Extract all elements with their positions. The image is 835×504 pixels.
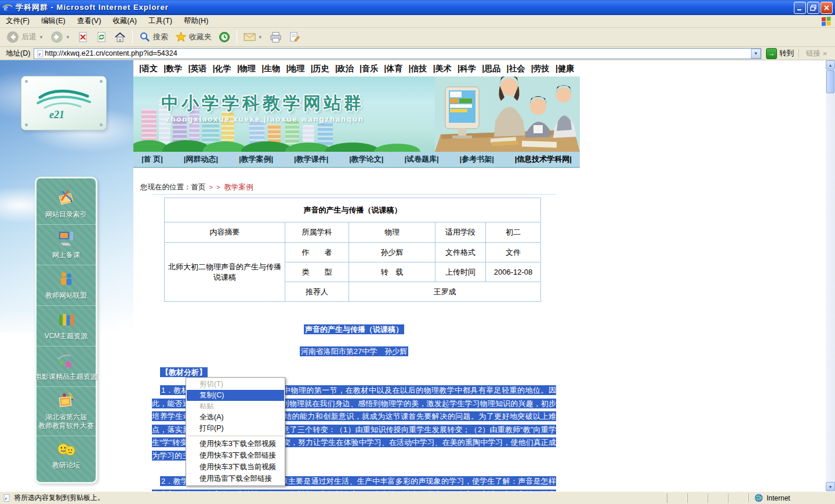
subject-it[interactable]: |信技	[409, 64, 427, 74]
context-menu-item-flashget-current-video[interactable]: 使用快车3下载当前视频	[187, 461, 284, 473]
nav-home[interactable]: |首 页|	[141, 154, 163, 165]
subject-math[interactable]: |数学	[164, 64, 182, 74]
subject-chemistry[interactable]: |化学	[213, 64, 231, 74]
nav-papers[interactable]: |教学论文|	[349, 154, 383, 165]
svg-text:e: e	[39, 51, 41, 56]
stop-button[interactable]	[74, 29, 92, 45]
address-dropdown-button[interactable]: ▼	[751, 49, 761, 59]
e21-logo[interactable]: e21	[21, 76, 107, 130]
breadcrumb-home-link[interactable]: 首页	[191, 183, 206, 191]
links-menu[interactable]: 链接 »	[798, 49, 833, 59]
subject-history[interactable]: |历史	[311, 64, 329, 74]
subject-physics[interactable]: |物理	[237, 64, 256, 74]
subject-health[interactable]: |健康	[556, 64, 574, 74]
address-label: 地址(D)	[2, 49, 34, 59]
books-icon	[56, 311, 76, 329]
refresh-button[interactable]	[93, 29, 110, 45]
favorites-button[interactable]: 收藏夹	[172, 29, 215, 45]
subject-music[interactable]: |音乐	[360, 64, 378, 74]
banner-photo-people	[435, 76, 580, 152]
nav-reference[interactable]: |参考书架|	[460, 154, 494, 165]
subject-art[interactable]: |美术	[433, 64, 452, 74]
upload-label: 上传时间	[435, 262, 486, 282]
mail-dropdown-icon[interactable]: ▼	[258, 35, 263, 40]
menu-view[interactable]: 查看(V)	[71, 14, 107, 28]
subject-english[interactable]: |英语	[188, 64, 206, 74]
menu-favorites[interactable]: 收藏(A)	[107, 14, 143, 28]
scroll-down-button[interactable]: ▼	[826, 482, 835, 491]
vertical-scrollbar[interactable]: ▲ ▼	[826, 60, 835, 491]
address-url[interactable]: http://xkwq.e21.cn/content.php?id=54324	[45, 49, 751, 57]
document-info-table: 声音的产生与传播（说课稿） 内容摘要 所属学科 物理 适用学段 初二 北师大初二…	[164, 198, 541, 302]
type-value: 转 载	[349, 262, 435, 282]
restore-button[interactable]	[807, 2, 819, 14]
status-pane	[687, 494, 707, 503]
subject-chinese[interactable]: |语文	[139, 64, 158, 74]
forward-dropdown-icon[interactable]: ▼	[66, 35, 70, 40]
sidebar-item-teacher-alliance[interactable]: 教师网站联盟	[37, 265, 96, 306]
home-icon	[114, 31, 126, 43]
scroll-thumb[interactable]	[826, 70, 834, 93]
print-icon	[270, 32, 282, 43]
sidebar-item-vcm-resources[interactable]: 电影课精品主题资源 VCM主题资源	[37, 306, 96, 346]
history-clock-icon	[219, 31, 230, 43]
table-title-row: 声音的产生与传播（说课稿）	[165, 198, 541, 222]
context-menu-item-flashget-all-links[interactable]: 使用快车3下载全部链接	[187, 450, 284, 461]
go-button-icon[interactable]: →	[766, 48, 777, 59]
nav-news[interactable]: |网群动态|	[184, 154, 218, 165]
home-button[interactable]	[111, 29, 129, 45]
subject-science[interactable]: |科学	[458, 64, 476, 74]
sidebar-item-research-forum[interactable]: 教研论坛	[37, 436, 96, 475]
context-menu-item-copy[interactable]: 复制(C)	[187, 390, 284, 401]
back-button[interactable]: 后退 ▼	[3, 29, 46, 45]
back-arrow-icon	[6, 31, 19, 43]
nav-teaching-cases[interactable]: |教学案例|	[239, 154, 273, 165]
scroll-up-button[interactable]: ▲	[826, 60, 835, 70]
context-menu-item-flashget-all-videos[interactable]: 使用快车3下载全部视频	[187, 438, 284, 450]
subject-politics[interactable]: |政治	[335, 64, 354, 74]
context-menu-item-select-all[interactable]: 全选(A)	[187, 412, 284, 423]
status-bar: e 将所选内容复制到剪贴板上。 Internet	[0, 491, 835, 504]
nav-exam-bank[interactable]: |试卷题库|	[404, 154, 438, 165]
subject-geography[interactable]: |地理	[286, 64, 304, 74]
subject-pe[interactable]: |体育	[384, 64, 402, 74]
status-pane	[728, 494, 748, 503]
sidebar-item-site-directory[interactable]: 网站目录索引	[37, 184, 96, 225]
context-menu-item-thunder-all-links[interactable]: 使用迅雷下载全部链接	[187, 473, 284, 484]
mail-button[interactable]: ▼	[241, 29, 266, 45]
edit-button[interactable]	[286, 29, 303, 45]
sidebar-item-online-prep[interactable]: 网上备课	[37, 225, 96, 265]
menu-tools[interactable]: 工具(T)	[143, 14, 178, 28]
article-title: 声音的产生与传播（说课稿）	[152, 324, 556, 337]
subject-biology[interactable]: |生物	[262, 64, 280, 74]
subject-society[interactable]: |社会	[507, 64, 525, 74]
windows-flag-icon	[821, 16, 832, 27]
people-icon	[56, 270, 76, 288]
menu-help[interactable]: 帮助(H)	[178, 14, 214, 28]
close-button[interactable]	[821, 2, 833, 14]
sidebar-item-film-resources[interactable]: 电影课精品主题资源	[37, 346, 96, 387]
menu-file[interactable]: 文件(F)	[0, 14, 35, 28]
search-button[interactable]: 搜索	[136, 29, 171, 45]
links-label: 链接	[806, 49, 821, 59]
context-menu-item-print[interactable]: 打印(P)	[187, 423, 284, 434]
stage-value: 初二	[486, 222, 541, 243]
subject-labor[interactable]: |劳技	[531, 64, 550, 74]
menu-edit[interactable]: 编辑(E)	[35, 14, 71, 28]
subject-nav: |语文 |数学 |英语 |化学 |物理 |生物 |地理 |历史 |政治 |音乐 …	[133, 61, 580, 76]
back-dropdown-icon[interactable]: ▼	[39, 35, 43, 40]
print-button[interactable]	[267, 29, 285, 45]
e21-wave-icon: e21	[32, 85, 96, 122]
search-icon	[139, 31, 151, 43]
window-title: 学科网群 - Microsoft Internet Explorer	[16, 2, 794, 13]
minimize-button[interactable]	[794, 2, 806, 14]
forward-button[interactable]: ▼	[48, 29, 73, 45]
address-input[interactable]: e http://xkwq.e21.cn/content.php?id=5432…	[34, 48, 761, 59]
subject-morality[interactable]: |思品	[482, 64, 500, 74]
sidebar-item-hubei-contest[interactable]: 湖北省第六届 教师教育软件大赛	[37, 387, 96, 436]
history-button[interactable]	[216, 29, 233, 45]
address-bar: 地址(D) e http://xkwq.e21.cn/content.php?i…	[0, 47, 835, 60]
nav-it-subject-site[interactable]: |信息技术学科网|	[515, 154, 572, 165]
nav-courseware[interactable]: |教学课件|	[294, 154, 328, 165]
go-label[interactable]: 转到	[779, 49, 794, 59]
